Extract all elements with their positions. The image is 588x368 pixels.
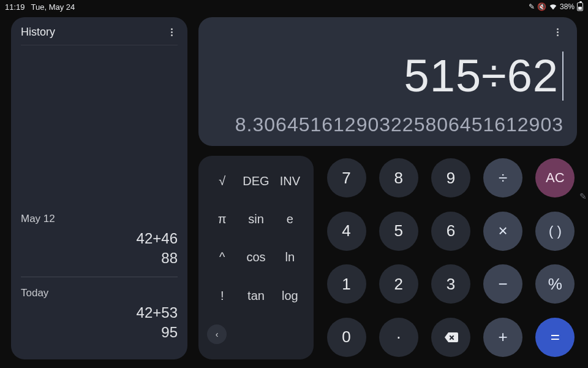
fact-button[interactable]: ! [207, 278, 237, 313]
history-expression[interactable]: 42+53 [21, 304, 178, 321]
digit-4-button[interactable]: 4 [327, 212, 366, 251]
history-menu-button[interactable] [165, 26, 178, 39]
history-expression[interactable]: 42+46 [21, 230, 178, 247]
inv-button[interactable]: INV [275, 163, 305, 199]
history-result[interactable]: 95 [21, 324, 178, 341]
pow-button[interactable]: ^ [207, 240, 237, 275]
pen-status-icon: ✎ [529, 2, 535, 11]
all-clear-button[interactable]: AC [535, 158, 575, 197]
digit-2-button[interactable]: 2 [379, 264, 418, 304]
battery-icon [577, 2, 583, 11]
digit-6-button[interactable]: 6 [431, 212, 470, 251]
digit-9-button[interactable]: 9 [431, 158, 470, 197]
status-bar: 11:19 Tue, May 24 ✎ 🔇 38% [0, 0, 588, 13]
deg-button[interactable]: DEG [241, 163, 271, 199]
digit-3-button[interactable]: 3 [431, 264, 470, 304]
backspace-button[interactable] [431, 318, 470, 357]
digit-8-button[interactable]: 8 [379, 158, 418, 197]
e-button[interactable]: e [275, 201, 305, 237]
history-title: History [21, 26, 55, 39]
edit-pen-icon[interactable]: ✎ [579, 191, 587, 201]
battery-pct: 38% [560, 2, 575, 11]
ln-button[interactable]: ln [275, 240, 305, 275]
mute-icon: 🔇 [537, 2, 546, 11]
text-cursor [562, 52, 564, 101]
display-result: 8.306451612903225806451612903 [235, 113, 564, 136]
history-separator [21, 277, 178, 277]
equals-button[interactable]: = [535, 318, 575, 357]
digit-7-button[interactable]: 7 [327, 158, 366, 197]
history-date-label: Today [21, 287, 178, 302]
history-panel: History May 12 42+46 88 Today 42+53 95 [11, 17, 187, 359]
calculator-display: 515÷62 8.306451612903225806451612903 [198, 17, 577, 146]
tan-button[interactable]: tan [241, 278, 271, 313]
status-right: ✎ 🔇 38% [529, 2, 583, 12]
log-button[interactable]: log [275, 278, 305, 313]
scientific-panel: √ DEG INV π sin e ^ cos ln ! tan log ‹ [198, 156, 314, 359]
sin-button[interactable]: sin [241, 201, 271, 237]
divide-button[interactable]: ÷ [483, 158, 522, 197]
number-pad: 7 8 9 ÷ AC 4 5 6 × ( ) 1 2 3 − % 0 · [325, 156, 577, 359]
wifi-icon [549, 2, 557, 12]
status-time: 11:19 [5, 2, 25, 12]
pi-button[interactable]: π [207, 201, 237, 237]
status-date: Tue, May 24 [31, 2, 75, 12]
display-menu-button[interactable] [551, 26, 564, 38]
multiply-button[interactable]: × [483, 212, 522, 251]
history-date-label: May 12 [21, 213, 178, 228]
digit-5-button[interactable]: 5 [379, 212, 418, 251]
cos-button[interactable]: cos [241, 240, 271, 275]
sqrt-button[interactable]: √ [207, 163, 237, 199]
paren-button[interactable]: ( ) [535, 212, 575, 251]
minus-button[interactable]: − [483, 264, 522, 304]
history-result[interactable]: 88 [21, 250, 178, 267]
collapse-sci-button[interactable]: ‹ [207, 324, 227, 344]
percent-button[interactable]: % [535, 264, 575, 304]
history-list[interactable]: May 12 42+46 88 Today 42+53 95 [21, 45, 178, 351]
decimal-button[interactable]: · [379, 318, 418, 357]
digit-0-button[interactable]: 0 [327, 318, 366, 357]
plus-button[interactable]: + [483, 318, 522, 357]
digit-1-button[interactable]: 1 [327, 264, 366, 304]
display-expression[interactable]: 515÷62 [404, 50, 559, 102]
